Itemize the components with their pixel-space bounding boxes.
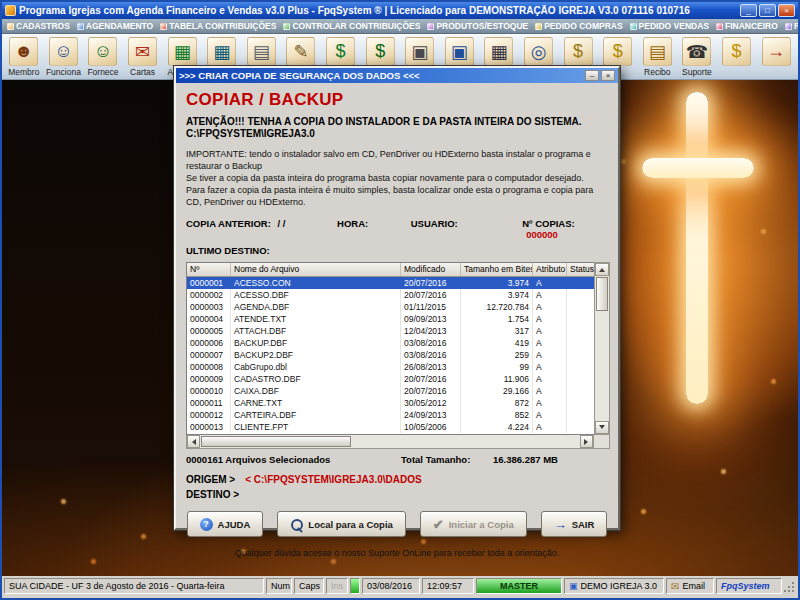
menu-agendamento[interactable]: AGENDAMENTO: [74, 19, 156, 33]
moneybag-icon: $: [564, 37, 593, 66]
button-label: Local para a Copia: [308, 519, 392, 530]
table-row[interactable]: 0000005ATTACH.DBF12/04/2013317A: [187, 325, 594, 337]
table-row[interactable]: 0000004ATENDE.TXT09/09/20131.754A: [187, 313, 594, 325]
menu-tabela-contribuicoes[interactable]: TABELA CONTRIBUIÇÕES: [157, 19, 279, 33]
scroll-right-button[interactable]: [580, 435, 593, 448]
toolbar-label: [775, 66, 777, 78]
menu-cadastros[interactable]: CADASTROS: [4, 19, 73, 33]
menu-pedido-vendas[interactable]: PEDIDO VENDAS: [627, 19, 712, 33]
horizontal-scrollbar[interactable]: [186, 435, 594, 449]
button-label: Iniciar a Copia: [449, 519, 514, 530]
cell: BACKUP2.DBF: [231, 349, 401, 361]
table-row[interactable]: 0000012CARTEIRA.DBF24/09/2013852A: [187, 409, 594, 421]
mail-icon: [671, 581, 679, 592]
iniciar-copia-button[interactable]: Iniciar a Copia: [420, 511, 527, 537]
menu-controlar-contribuicoes[interactable]: CONTROLAR CONTRIBUIÇÕES: [280, 19, 423, 33]
cell: [567, 421, 594, 433]
cell: [567, 277, 594, 289]
toolbar-suporte[interactable]: ☎Suporte: [677, 36, 717, 78]
cell: A: [533, 277, 567, 289]
scrollbar-track[interactable]: [595, 276, 609, 421]
toolbar-cartas[interactable]: ✉Cartas: [123, 36, 163, 78]
column-header-2[interactable]: Modificado: [401, 263, 461, 276]
toolbar-membro[interactable]: ☻Membro: [4, 36, 44, 78]
window-title: Programa Igrejas com Agenda Financeiro e…: [19, 5, 737, 16]
toolbar-sair[interactable]: →: [756, 36, 796, 78]
status-text: Caps: [299, 581, 320, 591]
cell: 99: [461, 361, 533, 373]
status-insert: Ins: [326, 578, 348, 594]
local-copia-button[interactable]: Local para a Copia: [277, 511, 405, 537]
scroll-down-button[interactable]: [595, 421, 609, 434]
menu-produtos-estoque[interactable]: PRODUTOS/ESTOQUE: [424, 19, 531, 33]
cell: 317: [461, 325, 533, 337]
scrollbar-thumb[interactable]: [596, 277, 608, 311]
cell: 0000004: [187, 313, 231, 325]
resize-grip[interactable]: [784, 578, 796, 594]
sair-button[interactable]: SAIR: [541, 511, 608, 537]
table-row[interactable]: 0000010CAIXA.DBF20/07/201629.166A: [187, 385, 594, 397]
toolbar-label: Recibo: [644, 66, 670, 78]
cell: 3.974: [461, 289, 533, 301]
dialog-close-button[interactable]: ×: [601, 70, 615, 81]
computer-icon: ▣: [445, 37, 474, 66]
toolbar-fornecedor[interactable]: ☺Fornece: [83, 36, 123, 78]
scrollbar-thumb[interactable]: [201, 436, 351, 447]
table-row[interactable]: 0000009CADASTRO.DBF20/07/201611.906A: [187, 373, 594, 385]
button-label: AJUDA: [218, 519, 251, 530]
column-header-1[interactable]: Nome do Arquivo: [231, 263, 401, 276]
scroll-up-button[interactable]: [595, 263, 609, 276]
table-row[interactable]: 0000011CARNE.TXT30/05/2012872A: [187, 397, 594, 409]
exit-icon: [554, 517, 567, 532]
hora-label: HORA:: [337, 218, 411, 229]
table-row[interactable]: 0000001ACESSO.CON20/07/20163.974A: [187, 277, 594, 289]
toolbar-moedas-ouro[interactable]: $: [717, 36, 757, 78]
cell: 852: [461, 409, 533, 421]
scrollbar-track[interactable]: [200, 435, 580, 448]
menu-pedido-compras[interactable]: PEDIDO COMPRAS: [532, 19, 625, 33]
ajuda-button[interactable]: AJUDA: [187, 511, 264, 537]
scroll-left-button[interactable]: [187, 435, 200, 448]
backup-dialog: >>> CRIAR COPIA DE SEGURANÇA DOS DADOS <…: [174, 66, 620, 530]
table-row[interactable]: 0000013CLIENTE.FPT10/05/20064.224A: [187, 421, 594, 433]
toolbar-recibo[interactable]: ▤Recibo: [638, 36, 678, 78]
toolbar-label: Cartas: [130, 66, 155, 78]
cell: AGENDA.DBF: [231, 301, 401, 313]
table-row[interactable]: 0000002ACESSO.DBF20/07/20163.974A: [187, 289, 594, 301]
cell: [567, 313, 594, 325]
vertical-scrollbar[interactable]: [594, 262, 610, 435]
check-icon: [433, 517, 444, 532]
column-header-5[interactable]: Status: [567, 263, 595, 276]
toolbar-funcionario[interactable]: ☺Funciona: [44, 36, 84, 78]
table-row[interactable]: 0000003AGENDA.DBF01/11/201512.720.784A: [187, 301, 594, 313]
cell: 4.224: [461, 421, 533, 433]
column-header-0[interactable]: Nº: [187, 263, 231, 276]
table-row[interactable]: 0000008CabGrupo.dbl26/08/201399A: [187, 361, 594, 373]
status-text: Num: [271, 581, 290, 591]
support-icon: ☎: [682, 37, 711, 66]
table-row[interactable]: 0000007BACKUP2.DBF03/08/2016259A: [187, 349, 594, 361]
menu-financeiro[interactable]: FINANCEIRO: [713, 19, 781, 33]
cell: 24/09/2013: [401, 409, 461, 421]
table-row[interactable]: 0000006BACKUP.DBF03/08/2016419A: [187, 337, 594, 349]
status-text: MASTER: [500, 581, 538, 591]
cell: CARTEIRA.DBF: [231, 409, 401, 421]
num-copias-label: Nº COPIAS:: [522, 218, 575, 229]
maximize-button[interactable]: □: [759, 4, 776, 17]
dialog-minimize-button[interactable]: –: [585, 70, 599, 81]
minimize-button[interactable]: _: [740, 4, 757, 17]
arrow-left-icon: [189, 439, 196, 445]
close-button[interactable]: ×: [778, 4, 795, 17]
cell: [567, 385, 594, 397]
supplier-icon: ☺: [88, 37, 117, 66]
menu-relatorios[interactable]: RELATÓRIOS: [782, 19, 798, 33]
arrow-up-icon: [599, 265, 605, 272]
cell: CADASTRO.DBF: [231, 373, 401, 385]
cell: 872: [461, 397, 533, 409]
toolbar-label: [735, 66, 737, 78]
dialog-title-bar[interactable]: >>> CRIAR COPIA DE SEGURANÇA DOS DADOS <…: [176, 68, 618, 83]
column-header-4[interactable]: Atributo: [533, 263, 567, 276]
cell: ATTACH.DBF: [231, 325, 401, 337]
total-size-value: 16.386.287 MB: [493, 454, 558, 465]
column-header-3[interactable]: Tamanho em Bites: [461, 263, 533, 276]
